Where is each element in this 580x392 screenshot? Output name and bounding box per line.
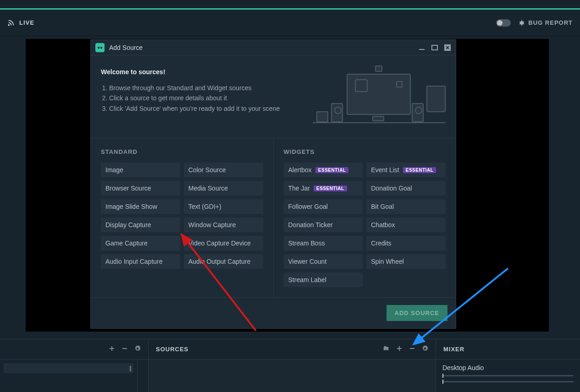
source-item-browser-source[interactable]: Browser Source: [101, 181, 180, 196]
minus-icon[interactable]: [409, 345, 415, 353]
widget-item-label: Donation Ticker: [288, 221, 333, 229]
source-item-display-capture[interactable]: Display Capture: [101, 218, 180, 232]
bottom-panels: SOURCES MIXER ||| Desktop Audio: [0, 339, 580, 392]
widget-item-credits[interactable]: Credits: [366, 236, 446, 250]
sources-panel-header: SOURCES: [149, 339, 436, 359]
source-item-audio-input-capture[interactable]: Audio Input Capture: [101, 254, 180, 269]
minimize-icon[interactable]: [418, 44, 425, 51]
widget-item-label: Alertbox: [288, 166, 312, 174]
source-item-game-capture[interactable]: Game Capture: [101, 236, 180, 250]
standard-heading: STANDARD: [101, 148, 263, 155]
widget-item-chatbox[interactable]: Chatbox: [366, 218, 446, 232]
maximize-icon[interactable]: [431, 44, 438, 51]
widget-item-label: Credits: [371, 240, 391, 247]
source-item-video-capture-device[interactable]: Video Capture Device: [184, 236, 263, 250]
source-item-label: Game Capture: [105, 240, 148, 247]
svg-rect-2: [419, 49, 425, 50]
folder-icon[interactable]: [382, 345, 390, 353]
svg-rect-3: [432, 45, 437, 50]
instruction-list: Browse through our Standard and Widget s…: [101, 83, 280, 114]
sources-label: SOURCES: [156, 346, 188, 353]
dialog-footer: ADD SOURCE: [91, 297, 456, 328]
scene-row[interactable]: |||: [4, 363, 133, 373]
widget-item-stream-label[interactable]: Stream Label: [284, 272, 363, 287]
standard-sources-column: STANDARD ImageColor SourceBrowser Source…: [91, 138, 274, 297]
bug-report-button[interactable]: BUG REPORT: [518, 19, 573, 27]
gear-icon[interactable]: [422, 345, 428, 353]
svg-point-0: [8, 24, 9, 25]
mixer-label: MIXER: [443, 346, 464, 353]
nightmode-toggle[interactable]: [496, 19, 511, 27]
widget-item-the-jar[interactable]: The JarESSENTIAL: [284, 181, 363, 196]
live-label: LIVE: [19, 19, 34, 26]
widget-item-label: Event List: [371, 166, 399, 174]
source-item-label: Image Slide Show: [105, 203, 157, 210]
widget-item-label: Stream Label: [288, 276, 326, 283]
widget-item-bit-goal[interactable]: Bit Goal: [366, 199, 446, 214]
dialog-title: Add Source: [109, 44, 143, 51]
source-item-label: Image: [105, 166, 123, 174]
streamlabs-logo-icon: ●●: [95, 43, 105, 52]
sources-panel-body[interactable]: [149, 359, 436, 392]
source-item-color-source[interactable]: Color Source: [184, 163, 263, 177]
source-item-label: Browser Source: [105, 185, 151, 192]
mixer-volume-track[interactable]: [442, 375, 574, 376]
source-item-media-source[interactable]: Media Source: [184, 181, 263, 196]
widget-item-donation-goal[interactable]: Donation Goal: [366, 181, 446, 196]
widget-item-event-list[interactable]: Event ListESSENTIAL: [366, 163, 446, 177]
scenes-panel-header: [0, 339, 149, 359]
source-item-window-capture[interactable]: Window Capture: [184, 218, 263, 232]
widget-item-alertbox[interactable]: AlertboxESSENTIAL: [284, 163, 363, 177]
mixer-item-label: Desktop Audio: [442, 364, 574, 371]
widget-item-label: Follower Goal: [288, 203, 328, 210]
minus-icon[interactable]: [122, 345, 128, 353]
widget-item-donation-ticker[interactable]: Donation Ticker: [284, 218, 363, 232]
instruction-item: Click 'Add Source' when you're ready to …: [109, 103, 280, 114]
widget-item-label: Chatbox: [371, 221, 395, 229]
source-item-label: Audio Output Capture: [188, 258, 250, 265]
rss-icon: [7, 19, 15, 27]
plus-icon[interactable]: [109, 345, 115, 353]
source-item-label: Color Source: [188, 166, 226, 174]
dialog-intro: Welcome to sources! Browse through our S…: [91, 55, 456, 138]
widget-item-label: Viewer Count: [288, 258, 327, 265]
source-item-text-gdi-[interactable]: Text (GDI+): [184, 199, 263, 214]
welcome-illustration: [313, 68, 446, 128]
widget-item-label: Bit Goal: [371, 203, 394, 210]
essential-badge: ESSENTIAL: [315, 167, 349, 173]
instruction-item: Browse through our Standard and Widget s…: [109, 83, 280, 93]
bug-icon: [518, 19, 525, 27]
widget-item-stream-boss[interactable]: Stream Boss: [284, 236, 363, 250]
essential-badge: ESSENTIAL: [403, 167, 436, 173]
add-source-dialog: ●● Add Source Welcome to sources! Browse…: [90, 39, 456, 329]
mixer-volume-track[interactable]: [442, 381, 574, 382]
source-item-image[interactable]: Image: [101, 163, 180, 177]
welcome-heading: Welcome to sources!: [101, 68, 280, 76]
source-item-label: Media Source: [188, 185, 228, 192]
widget-item-follower-goal[interactable]: Follower Goal: [284, 199, 363, 214]
source-item-label: Audio Input Capture: [105, 258, 163, 265]
gear-icon[interactable]: [134, 345, 141, 353]
source-item-label: Video Capture Device: [188, 240, 251, 247]
topbar: LIVE BUG REPORT: [0, 10, 580, 36]
dialog-titlebar: ●● Add Source: [91, 40, 456, 55]
widget-item-viewer-count[interactable]: Viewer Count: [284, 254, 363, 269]
source-item-audio-output-capture[interactable]: Audio Output Capture: [184, 254, 263, 269]
plus-icon[interactable]: [396, 345, 403, 353]
source-item-label: Display Capture: [105, 221, 151, 229]
widget-item-label: Stream Boss: [288, 240, 325, 247]
essential-badge: ESSENTIAL: [314, 185, 347, 191]
close-icon[interactable]: [444, 44, 451, 51]
source-item-label: Window Capture: [188, 221, 236, 229]
drag-handle-icon[interactable]: |||: [129, 365, 131, 371]
widget-item-label: Donation Goal: [371, 185, 412, 192]
source-item-image-slide-show[interactable]: Image Slide Show: [101, 199, 180, 214]
add-source-button[interactable]: ADD SOURCE: [387, 305, 447, 321]
bug-report-label: BUG REPORT: [528, 19, 573, 26]
mixer-panel-header: MIXER: [436, 339, 580, 359]
widget-item-label: The Jar: [288, 185, 310, 192]
scenes-panel-body: |||: [0, 359, 138, 392]
live-tab[interactable]: LIVE: [7, 19, 34, 27]
widget-item-spin-wheel[interactable]: Spin Wheel: [366, 254, 446, 269]
widget-sources-column: WIDGETS AlertboxESSENTIALEvent ListESSEN…: [274, 138, 456, 297]
